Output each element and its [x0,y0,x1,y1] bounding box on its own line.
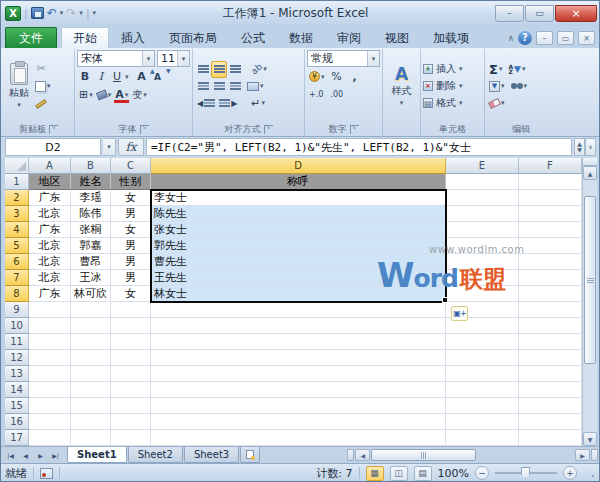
doc-minimize-button[interactable]: – [536,31,553,45]
name-box[interactable]: D2 [5,138,101,156]
cell-F3[interactable] [519,206,582,222]
cell-A9[interactable] [29,302,71,318]
cell-C15[interactable] [111,398,151,414]
ribbon-tab-审阅[interactable]: 审阅 [325,27,373,48]
cell-E6[interactable] [446,254,519,270]
vertical-scroll-track[interactable] [583,180,597,432]
row-header-1[interactable]: 1 [5,174,29,190]
horizontal-scroll-track[interactable] [370,449,575,461]
chevron-down-icon[interactable]: ▾ [459,99,463,107]
font-color-button[interactable]: A▾ [113,86,130,103]
cell-D15[interactable] [151,398,446,414]
cell-F5[interactable] [519,238,582,254]
scroll-up-button[interactable]: ▲ [583,166,597,180]
cell-C13[interactable] [111,366,151,382]
cell-C8[interactable]: 女 [111,286,151,302]
clipboard-dialog-launcher-icon[interactable] [49,125,58,134]
cell-D11[interactable] [151,334,446,350]
cell-D10[interactable] [151,318,446,334]
cell-F10[interactable] [519,318,582,334]
cell-C16[interactable] [111,414,151,430]
row-header-5[interactable]: 5 [5,238,29,254]
chevron-down-icon[interactable]: ▾ [499,65,503,73]
row-header-6[interactable]: 6 [5,254,29,270]
number-format-combo[interactable]: 常规▾ [307,50,380,67]
auto-fill-options-button[interactable] [451,306,468,321]
row-header-17[interactable]: 17 [5,430,29,446]
cell-D17[interactable] [151,430,446,446]
cell-B5[interactable]: 郭嘉 [71,238,111,254]
cell-B2[interactable]: 李瑶 [71,190,111,206]
excel-logo-icon[interactable]: X [5,6,21,21]
cell-A16[interactable] [29,414,71,430]
redo-icon[interactable]: ↷ [66,7,76,19]
row-header-12[interactable]: 12 [5,350,29,366]
ribbon-tab-加载项[interactable]: 加载项 [421,27,481,48]
restore-button[interactable]: ▭ [525,5,554,22]
row-header-4[interactable]: 4 [5,222,29,238]
ribbon-tab-视图[interactable]: 视图 [373,27,421,48]
insert-cells-button[interactable]: 插入▾ [423,61,482,78]
chevron-down-icon[interactable]: ▾ [125,91,129,99]
cell-E4[interactable] [446,222,519,238]
cell-C10[interactable] [111,318,151,334]
increase-font-size-button[interactable]: A▲ [134,68,150,85]
copy-dropdown-icon[interactable]: ▾ [47,82,51,90]
cell-E13[interactable] [446,366,519,382]
cell-B11[interactable] [71,334,111,350]
underline-button[interactable]: U [109,68,125,85]
chevron-down-icon[interactable]: ▾ [459,82,463,90]
cell-B7[interactable]: 王冰 [71,270,111,286]
last-sheet-button[interactable]: ▶| [48,447,63,463]
borders-button[interactable]: ⊞▾ [77,86,95,103]
cell-D3[interactable]: 陈先生 [151,206,446,222]
cell-F14[interactable] [519,382,582,398]
align-right-button[interactable] [227,78,243,95]
cell-E14[interactable] [446,382,519,398]
close-button[interactable]: × [555,5,597,22]
name-box-dropdown[interactable]: ▾ [103,138,116,156]
cell-A8[interactable]: 广东 [29,286,71,302]
number-dialog-launcher-icon[interactable] [350,125,359,134]
cell-B10[interactable] [71,318,111,334]
cell-F4[interactable] [519,222,582,238]
zoom-in-button[interactable]: + [563,466,577,480]
paste-button[interactable]: 粘贴 ▾ [5,50,33,122]
cell-C5[interactable]: 男 [111,238,151,254]
cell-E12[interactable] [446,350,519,366]
format-painter-button[interactable] [33,96,49,113]
cell-B12[interactable] [71,350,111,366]
cell-A2[interactable]: 广东 [29,190,71,206]
styles-button[interactable]: A 样式 ▾ [388,63,416,109]
cell-E5[interactable] [446,238,519,254]
cell-D16[interactable] [151,414,446,430]
insert-function-button[interactable]: fx [118,138,144,156]
macro-record-icon[interactable] [40,468,53,479]
cell-D1[interactable]: 称呼 [151,174,446,190]
ribbon-tab-插入[interactable]: 插入 [109,27,157,48]
col-header-D[interactable]: D [151,158,446,174]
row-header-14[interactable]: 14 [5,382,29,398]
cell-B15[interactable] [71,398,111,414]
cell-E15[interactable] [446,398,519,414]
autosum-button[interactable]: Σ▾ [487,61,504,78]
row-header-3[interactable]: 3 [5,206,29,222]
cell-B14[interactable] [71,382,111,398]
cell-F1[interactable] [519,174,582,190]
row-header-11[interactable]: 11 [5,334,29,350]
paste-dropdown-icon[interactable]: ▾ [17,101,21,109]
sheet-tab-Sheet3[interactable]: Sheet3 [184,447,239,463]
row-header-13[interactable]: 13 [5,366,29,382]
previous-sheet-button[interactable]: ◀ [18,447,33,463]
cell-E3[interactable] [446,206,519,222]
font-dialog-launcher-icon[interactable] [140,125,149,134]
align-top-button[interactable] [195,61,211,78]
undo-icon[interactable]: ↶ [47,7,57,19]
format-cells-button[interactable]: 格式▾ [423,95,482,112]
ribbon-tab-开始[interactable]: 开始 [61,27,109,48]
cell-F6[interactable] [519,254,582,270]
cell-D13[interactable] [151,366,446,382]
row-header-8[interactable]: 8 [5,286,29,302]
clear-button[interactable]: ▾ [487,95,507,112]
cell-A11[interactable] [29,334,71,350]
